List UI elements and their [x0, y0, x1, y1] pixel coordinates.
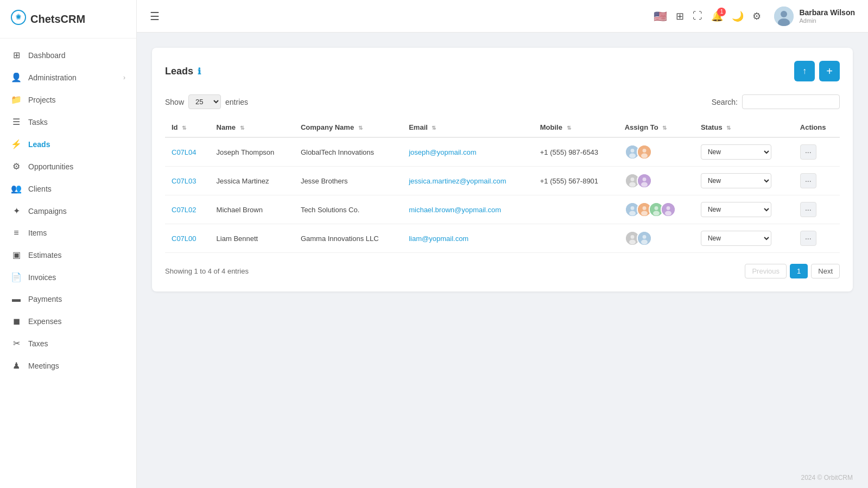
lead-email[interactable]: jessica.martinez@yopmail.com [409, 177, 506, 185]
lead-name: Joseph Thompson [210, 137, 294, 167]
sidebar-item-invoices[interactable]: 📄 Invoices [0, 266, 136, 288]
lead-id[interactable]: C07L04 [172, 148, 197, 156]
dark-mode-icon[interactable]: 🌙 [732, 10, 744, 22]
status-select[interactable]: NewIn ProgressQualifiedLostWon [701, 231, 771, 246]
sidebar-nav: ⊞ Dashboard 👤 Administration › 📁 Project… [0, 39, 136, 382]
lead-mobile: +1 (555) 987-6543 [534, 137, 618, 167]
avatar-3 [661, 202, 676, 217]
table-head: Id ⇅ Name ⇅ Company Name ⇅ Email ⇅ Mobil… [165, 118, 840, 137]
sidebar-item-opportunities[interactable]: ⚙ Opportunities [0, 155, 136, 178]
settings-icon[interactable]: ⚙ [752, 10, 761, 22]
menu-toggle-icon[interactable]: ☰ [150, 10, 160, 23]
user-name: Barbara Wilson [799, 8, 855, 17]
upload-button[interactable]: ↑ [794, 61, 815, 81]
lead-email[interactable]: liam@yopmail.com [409, 235, 468, 243]
main-area: ☰ 🇺🇸 ⊞ ⛶ 🔔 1 🌙 ⚙ Barbara Wilson Admin [137, 0, 868, 488]
expenses-icon: ◼ [11, 316, 22, 326]
page-1-button[interactable]: 1 [790, 264, 808, 278]
lead-company: Gamma Innovations LLC [294, 224, 402, 253]
info-icon[interactable]: ℹ [198, 66, 201, 77]
col-status[interactable]: Status ⇅ [694, 118, 794, 137]
table-row: C07L04 Joseph Thompson GlobalTech Innova… [165, 137, 840, 167]
logo[interactable]: ChetsCRM [0, 0, 136, 39]
sidebar-label-expenses: Expenses [28, 317, 61, 326]
sidebar-item-clients[interactable]: 👥 Clients [0, 178, 136, 200]
status-select[interactable]: NewIn ProgressQualifiedLostWon [701, 173, 771, 188]
col-company[interactable]: Company Name ⇅ [294, 118, 402, 137]
col-assign[interactable]: Assign To ⇅ [618, 118, 694, 137]
assign-avatars [625, 173, 688, 188]
footer: 2024 © OrbitCRM [137, 467, 868, 488]
header-actions: ↑ + [794, 61, 840, 81]
actions-button[interactable]: ··· [800, 231, 816, 246]
user-role: Admin [799, 17, 855, 24]
sidebar: ChetsCRM ⊞ Dashboard 👤 Administration › … [0, 0, 137, 488]
entries-select[interactable]: 25 50 100 [188, 94, 221, 109]
lead-id[interactable]: C07L00 [172, 235, 197, 243]
sidebar-item-payments[interactable]: ▬ Payments [0, 288, 136, 310]
sidebar-label-opportunities: Opportunities [28, 162, 73, 171]
col-mobile[interactable]: Mobile ⇅ [534, 118, 618, 137]
lead-email[interactable]: michael.brown@yopmail.com [409, 206, 501, 214]
sidebar-item-estimates[interactable]: ▣ Estimates [0, 244, 136, 266]
avatar-1 [637, 144, 652, 160]
lead-id[interactable]: C07L03 [172, 177, 197, 185]
sidebar-label-invoices: Invoices [28, 273, 56, 282]
svg-point-9 [642, 149, 646, 153]
sidebar-item-administration[interactable]: 👤 Administration › [0, 66, 136, 88]
sidebar-label-campaigns: Campaigns [28, 207, 67, 216]
sidebar-item-projects[interactable]: 📁 Projects [0, 88, 136, 111]
add-button[interactable]: + [819, 61, 840, 81]
svg-point-30 [630, 235, 634, 239]
sidebar-item-expenses[interactable]: ◼ Expenses [0, 310, 136, 332]
status-select[interactable]: NewIn ProgressQualifiedLostWon [701, 144, 771, 160]
leads-icon: ⚡ [11, 139, 22, 149]
lead-name: Michael Brown [210, 195, 294, 224]
table-row: C07L02 Michael Brown Tech Solutions Co. … [165, 195, 840, 224]
logo-text: ChetsCRM [30, 13, 85, 26]
search-input[interactable] [742, 94, 840, 109]
col-name[interactable]: Name ⇅ [210, 118, 294, 137]
user-profile[interactable]: Barbara Wilson Admin [774, 7, 855, 26]
svg-point-19 [629, 211, 636, 216]
svg-point-12 [630, 178, 634, 181]
sidebar-label-payments: Payments [28, 295, 62, 303]
notifications-icon[interactable]: 🔔 1 [711, 10, 723, 22]
col-email[interactable]: Email ⇅ [402, 118, 534, 137]
svg-point-34 [641, 240, 648, 245]
avatar [774, 7, 794, 26]
svg-point-28 [665, 211, 671, 216]
actions-button[interactable]: ··· [800, 202, 816, 217]
sidebar-item-dashboard[interactable]: ⊞ Dashboard [0, 44, 136, 66]
sidebar-item-taxes[interactable]: ✂ Taxes [0, 332, 136, 354]
pagination-row: Showing 1 to 4 of 4 entries Previous 1 N… [165, 264, 840, 278]
lead-name: Jessica Martinez [210, 167, 294, 195]
col-id[interactable]: Id ⇅ [165, 118, 210, 137]
next-button[interactable]: Next [811, 264, 840, 278]
sidebar-item-leads[interactable]: ⚡ Leads [0, 133, 136, 155]
lead-company: Tech Solutions Co. [294, 195, 402, 224]
nav-arrow-administration: › [123, 74, 125, 81]
actions-button[interactable]: ··· [800, 144, 816, 160]
col-actions: Actions [794, 118, 840, 137]
svg-point-13 [629, 182, 636, 187]
tasks-icon: ☰ [11, 117, 22, 127]
actions-button[interactable]: ··· [800, 173, 816, 188]
lead-email[interactable]: joseph@yopmail.com [409, 148, 476, 156]
previous-button[interactable]: Previous [745, 264, 787, 278]
search-label: Search: [712, 98, 738, 106]
svg-point-15 [642, 178, 646, 181]
apps-icon[interactable]: ⊞ [676, 10, 684, 22]
lead-name: Liam Bennett [210, 224, 294, 253]
sidebar-item-campaigns[interactable]: ✦ Campaigns [0, 200, 136, 222]
assign-avatars [625, 202, 688, 217]
status-select[interactable]: NewIn ProgressQualifiedLostWon [701, 202, 771, 217]
language-flag[interactable]: 🇺🇸 [654, 10, 667, 23]
svg-point-10 [641, 154, 648, 159]
svg-point-21 [642, 206, 646, 210]
lead-id[interactable]: C07L02 [172, 206, 197, 214]
expand-icon[interactable]: ⛶ [693, 10, 702, 22]
sidebar-item-tasks[interactable]: ☰ Tasks [0, 111, 136, 133]
sidebar-item-items[interactable]: ≡ Items [0, 222, 136, 244]
sidebar-item-meetings[interactable]: ♟ Meetings [0, 354, 136, 377]
